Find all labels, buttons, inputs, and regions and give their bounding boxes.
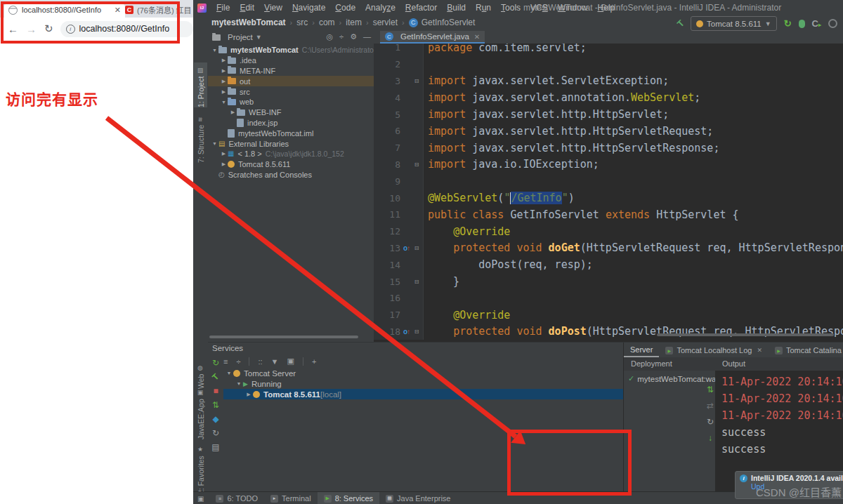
chevron-right-icon[interactable]: ▶ bbox=[220, 68, 228, 74]
chevron-down-icon[interactable]: ▼ bbox=[235, 381, 243, 386]
project-tree-item[interactable]: ▼mytestWebTomcatC:\Users\Administrator\I… bbox=[208, 45, 374, 55]
reload-icon[interactable]: ↻ bbox=[44, 22, 53, 35]
chevron-right-icon[interactable]: ▶ bbox=[220, 151, 228, 157]
chevron-right-icon[interactable]: ▶ bbox=[220, 79, 228, 84]
code-line[interactable]: 13o↑⊟ protected void doGet(HttpServletRe… bbox=[374, 240, 843, 257]
menu-item-edit[interactable]: Edit bbox=[235, 3, 259, 13]
filter-icon[interactable]: ▼ bbox=[271, 357, 279, 366]
code-line[interactable]: 11public class GetInfoServlet extends Ht… bbox=[374, 206, 843, 223]
tab-close-icon[interactable]: ✕ bbox=[115, 6, 121, 15]
back-icon[interactable]: ← bbox=[8, 23, 18, 35]
fold-marker-icon[interactable]: ⊟ bbox=[412, 245, 421, 251]
menu-item-file[interactable]: File bbox=[212, 3, 234, 13]
chevron-down-icon[interactable]: ▼ bbox=[220, 100, 228, 105]
project-panel-title[interactable]: Project bbox=[228, 33, 253, 41]
console-tab-server[interactable]: Server bbox=[624, 343, 659, 357]
chevron-down-icon[interactable]: ▼ bbox=[211, 48, 218, 53]
fold-marker-icon[interactable]: ⊟ bbox=[412, 329, 421, 335]
code-line[interactable]: 4import javax.servlet.annotation.WebServ… bbox=[374, 89, 843, 106]
locate-file-icon[interactable]: ◎ bbox=[326, 32, 333, 41]
statusbar-item-javaenterprise[interactable]: ▦Java Enterprise bbox=[379, 492, 457, 504]
project-tree-item[interactable]: ▶src bbox=[208, 86, 374, 97]
tool-strip-favorites[interactable]: 2: Favorites★ bbox=[194, 444, 207, 494]
project-tree-item[interactable]: ▼▤External Libraries bbox=[208, 138, 374, 149]
code-line[interactable]: 5import javax.servlet.http.HttpServlet; bbox=[374, 106, 843, 123]
code-line[interactable]: 16 bbox=[374, 290, 843, 307]
tab-close-icon[interactable]: ✕ bbox=[474, 33, 480, 41]
tool-strip-structure[interactable]: 7: Structure≋ bbox=[194, 112, 207, 163]
project-tree-item[interactable]: mytestWebTomcat.iml bbox=[208, 128, 374, 138]
menu-item-tools[interactable]: Tools bbox=[497, 3, 525, 13]
hide-panel-icon[interactable]: — bbox=[363, 32, 371, 41]
tool-strip-javaeeapp[interactable]: JavaEE:App▣ bbox=[194, 393, 207, 439]
address-bar[interactable]: i localhost:8080//GetInfo bbox=[60, 21, 193, 37]
deploy-icon[interactable]: ⇅ bbox=[707, 385, 714, 394]
editor-hscrollbar[interactable] bbox=[657, 333, 834, 336]
expand-all-icon[interactable]: ≡ bbox=[223, 357, 228, 366]
chevron-right-icon[interactable]: ▶ bbox=[229, 110, 237, 115]
chevron-right-icon[interactable]: ▶ bbox=[220, 161, 228, 167]
override-method-icon[interactable]: o↑ bbox=[400, 244, 412, 252]
refresh-icon[interactable]: ↻ bbox=[212, 428, 219, 438]
collapse-all-icon[interactable]: ÷ bbox=[339, 32, 344, 41]
deploy-artifact-icon[interactable]: ↓ bbox=[708, 433, 712, 443]
project-tree-item[interactable]: ▶META-INF bbox=[208, 66, 374, 77]
code-line[interactable]: 18o↑⊟ protected void doPost(HttpServletR… bbox=[374, 324, 843, 340]
code-line[interactable]: 9 bbox=[374, 173, 843, 190]
override-method-icon[interactable]: o↑ bbox=[400, 328, 412, 336]
collapse-all-icon[interactable]: ÷ bbox=[236, 357, 240, 366]
chevron-right-icon[interactable]: ▶ bbox=[220, 89, 228, 95]
build-hammer-icon[interactable]: T bbox=[675, 18, 686, 29]
project-tree-item[interactable]: ◴Scratches and Consoles bbox=[208, 170, 374, 180]
menu-item-code[interactable]: Code bbox=[331, 3, 360, 13]
browser-tab-active[interactable]: localhost:8080//GetInfo ✕ bbox=[4, 2, 125, 18]
statusbar-item-services[interactable]: ▶8: Services bbox=[318, 492, 379, 504]
chevron-down-icon[interactable]: ▼ bbox=[225, 371, 233, 376]
undeploy-icon[interactable]: ⇄ bbox=[707, 401, 714, 411]
code-editor[interactable]: C GetInfoServlet.java ✕ 1package com.ite… bbox=[374, 31, 843, 342]
project-tree-item[interactable]: ▶out bbox=[208, 76, 374, 86]
rerun-button[interactable]: ↻ bbox=[784, 18, 792, 29]
deploy-all-icon[interactable]: ⇅ bbox=[212, 400, 219, 410]
code-line[interactable]: 10@WebServlet("/GetInfo") bbox=[374, 190, 843, 206]
console-tab-tomcat-localhost-log[interactable]: ▶Tomcat Localhost Log✕ bbox=[659, 343, 769, 357]
code-line[interactable]: 12 @Override bbox=[374, 223, 843, 240]
code-line[interactable]: 8⊟import java.io.IOException; bbox=[374, 157, 843, 173]
project-tree-item[interactable]: ▶WEB-INF bbox=[208, 107, 374, 118]
breadcrumb-item[interactable]: src bbox=[296, 18, 308, 27]
fold-marker-icon[interactable]: ⊟ bbox=[412, 78, 421, 84]
breadcrumb-item[interactable]: item bbox=[346, 18, 362, 27]
project-tree-item[interactable]: ▼web bbox=[208, 97, 374, 107]
tab-close-icon[interactable]: ✕ bbox=[757, 347, 762, 354]
float-mode-icon[interactable]: ▣ bbox=[287, 357, 294, 366]
code-line[interactable]: 17 @Override bbox=[374, 307, 843, 324]
debug-button[interactable] bbox=[799, 20, 805, 28]
menu-item-analyze[interactable]: Analyze bbox=[361, 3, 400, 13]
code-line[interactable]: 6import javax.servlet.http.HttpServletRe… bbox=[374, 123, 843, 140]
connect-icon[interactable]: ◆ bbox=[212, 414, 218, 424]
options-icon[interactable]: ▤ bbox=[211, 442, 219, 452]
statusbar-item-todo[interactable]: ≡6: TODO bbox=[209, 492, 264, 504]
code-line[interactable]: 2 bbox=[374, 56, 843, 73]
breadcrumb-item[interactable]: mytestWebTomcat bbox=[211, 18, 286, 27]
fold-marker-icon[interactable]: ⊟ bbox=[412, 279, 421, 285]
code-line[interactable]: 15⊟ } bbox=[374, 273, 843, 290]
settings-gear-icon[interactable]: ⚙ bbox=[350, 32, 357, 41]
console-tab-tomcat-catalina-log[interactable]: ▶Tomcat Catalina Log✕ bbox=[769, 343, 843, 357]
chevron-right-icon[interactable]: ▶ bbox=[244, 392, 253, 397]
fold-marker-icon[interactable]: ⊟ bbox=[412, 161, 421, 168]
profiler-button[interactable] bbox=[828, 19, 837, 28]
code-line[interactable]: 7import javax.servlet.http.HttpServletRe… bbox=[374, 140, 843, 157]
run-configuration-select[interactable]: Tomcat 8.5.611 ▼ bbox=[691, 16, 777, 31]
stop-icon[interactable]: ■ bbox=[213, 386, 218, 396]
services-tree-item[interactable]: ▶Tomcat 8.5.611 [local] bbox=[223, 389, 623, 399]
build-deploy-icon[interactable]: T bbox=[210, 371, 221, 382]
project-tree-item[interactable]: ▶.idea bbox=[208, 55, 374, 66]
menu-item-navigate[interactable]: Navigate bbox=[288, 3, 329, 13]
editor-tab[interactable]: C GetInfoServlet.java ✕ bbox=[380, 31, 485, 44]
services-tree-item[interactable]: ▼▶Running bbox=[223, 378, 623, 389]
project-hscrollbar[interactable] bbox=[209, 336, 358, 338]
code-line[interactable]: 3⊟import javax.servlet.ServletException; bbox=[374, 73, 843, 90]
coverage-button[interactable]: C▸ bbox=[812, 18, 821, 29]
menu-item-build[interactable]: Build bbox=[443, 3, 470, 13]
